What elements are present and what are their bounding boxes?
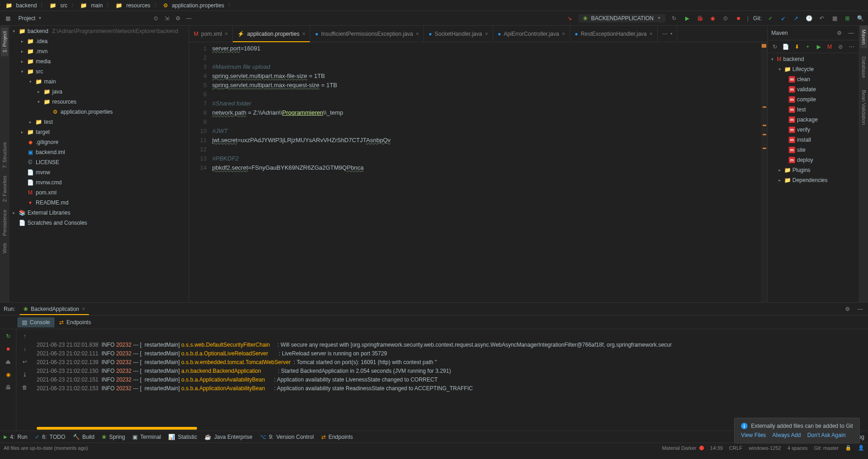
exit-icon[interactable]: ⏏	[4, 358, 12, 366]
plus-icon[interactable]: ⊞	[843, 14, 852, 22]
indent[interactable]: 4 spaces	[787, 445, 808, 451]
maven-goal-verify[interactable]: mverify	[768, 125, 859, 135]
tree-node-LICENSE[interactable]: ©LICENSE	[9, 157, 189, 167]
git-pull-icon[interactable]: ↙	[779, 14, 787, 22]
tree-node-.mvn[interactable]: ▸📁.mvn	[9, 46, 189, 56]
crumb-2[interactable]: main	[91, 2, 103, 9]
inspector-icon[interactable]: 👤	[858, 445, 864, 451]
close-icon[interactable]: ×	[225, 31, 228, 37]
close-icon[interactable]: ×	[302, 31, 305, 37]
reload-icon[interactable]: ↻	[771, 43, 779, 51]
profile-icon[interactable]: ⊙	[721, 14, 730, 22]
run-tool[interactable]: ▶4: Run	[4, 434, 27, 440]
git-commit-icon[interactable]: ✓	[766, 14, 775, 22]
maven-goal-test[interactable]: mtest	[768, 105, 859, 115]
structure-tab[interactable]: 7: Structure	[1, 138, 8, 172]
always-add-link[interactable]: Always Add	[772, 432, 801, 438]
maven-tree[interactable]: ▾ M backend ▾ 📁 Lifecycle mcleanmvalidat…	[768, 53, 859, 302]
tree-node-media[interactable]: ▸📁media	[9, 56, 189, 66]
encoding[interactable]: windows-1252	[749, 445, 781, 451]
maven-goal-clean[interactable]: mclean	[768, 74, 859, 84]
crlf[interactable]: CRLF	[729, 445, 742, 451]
gear-icon[interactable]: ⚙	[843, 305, 852, 313]
more-icon[interactable]: ⋯	[848, 43, 855, 51]
gear-icon[interactable]: ⚙	[174, 14, 182, 22]
git-branch[interactable]: Git: master	[814, 445, 839, 451]
tree-node-test[interactable]: ▸📁test	[9, 117, 189, 127]
tab-SocketHandler.java[interactable]: ●SocketHandler.java×	[424, 26, 493, 42]
maven-deps[interactable]: ▸ 📁 Dependencies	[768, 175, 859, 185]
maven-goal-deploy[interactable]: mdeploy	[768, 155, 859, 165]
tab-RestExceptionHandler.java[interactable]: ●RestExceptionHandler.java×	[570, 26, 658, 42]
horizontal-scrollbar[interactable]	[37, 427, 197, 430]
debug-icon[interactable]: 🐞	[696, 14, 704, 22]
error-icon[interactable]: ↘	[566, 14, 574, 22]
console-tab[interactable]: ▤Console	[17, 317, 55, 327]
maven-goal-package[interactable]: mpackage	[768, 115, 859, 125]
git-history-icon[interactable]: 🕐	[805, 14, 813, 22]
stop-icon[interactable]: ■	[734, 14, 742, 22]
collapse-icon[interactable]: ⇲	[163, 14, 171, 22]
database-tab[interactable]: Database	[860, 53, 868, 82]
dont-ask-link[interactable]: Don't Ask Again	[807, 432, 846, 438]
project-icon[interactable]: ▦	[4, 14, 12, 22]
maven-goal-site[interactable]: msite	[768, 145, 859, 155]
tree-node-src[interactable]: ▾📁src	[9, 66, 189, 77]
rebuild-icon[interactable]: ↻	[670, 14, 678, 22]
console-output[interactable]: 2021-06-23 21:02:01.838 INFO 20232 --- […	[33, 329, 868, 431]
web-tab[interactable]: Web	[1, 239, 8, 257]
theme-indicator[interactable]: Material Darker	[662, 445, 703, 451]
endpoints-tool[interactable]: ⇄Endpoints	[321, 434, 353, 440]
java-ee-tool[interactable]: ☕Java Enterprise	[204, 434, 252, 440]
run-config-tab[interactable]: ❀ BackendApplication ×	[20, 303, 88, 315]
maven-root[interactable]: ▾ M backend	[768, 54, 859, 64]
favorites-tab[interactable]: 2: Favorites	[1, 172, 8, 205]
download-icon[interactable]: ⬇	[793, 43, 801, 51]
add-icon[interactable]: +	[804, 43, 812, 51]
build-tool[interactable]: 🔨Build	[73, 434, 95, 440]
wrap-icon[interactable]: ↩	[21, 358, 29, 366]
maven-goal-compile[interactable]: mcompile	[768, 94, 859, 105]
tree-node-mvnw.cmd[interactable]: 📄mvnw.cmd	[9, 177, 189, 188]
scroll-icon[interactable]: ⤓	[21, 371, 29, 379]
run-m-icon[interactable]: ▶	[815, 43, 823, 51]
tree-node-README.md[interactable]: ▾README.md	[9, 198, 189, 208]
crumb-0[interactable]: backend	[16, 2, 37, 9]
stop-icon[interactable]: ■	[4, 345, 12, 353]
tree-node-mvnw[interactable]: 📄mvnw	[9, 167, 189, 177]
maven-lifecycle[interactable]: ▾ 📁 Lifecycle	[768, 64, 859, 74]
terminal-tool[interactable]: ▣Terminal	[132, 434, 161, 440]
view-files-link[interactable]: View Files	[741, 432, 766, 438]
tree-node-resources[interactable]: ▾📁resources	[9, 97, 189, 107]
m2-icon[interactable]: M	[826, 43, 833, 51]
close-icon[interactable]: ×	[485, 31, 488, 37]
tree-node-application.properties[interactable]: ⚙application.properties	[9, 107, 189, 117]
maven-hide-icon[interactable]: —	[847, 29, 855, 37]
clear-icon[interactable]: 🗑	[21, 383, 29, 392]
close-icon[interactable]: ×	[416, 31, 419, 37]
bean-tab[interactable]: Bean Validation	[860, 86, 868, 128]
up-icon[interactable]: ↑	[21, 332, 29, 340]
print-icon[interactable]: 🖶	[4, 383, 12, 392]
close-icon[interactable]: ×	[562, 31, 565, 37]
run-configuration[interactable]: ❀ BACKENDAPPLICATION ▼	[578, 14, 665, 22]
tree-node-target[interactable]: ▸📁target	[9, 127, 189, 137]
tree-node-.gitignore[interactable]: ◆.gitignore	[9, 137, 189, 147]
scratches[interactable]: 📄 Scratches and Consoles	[9, 218, 189, 228]
actuator-icon[interactable]: ◉	[4, 371, 12, 379]
more-tabs[interactable]: ⋯▾	[658, 26, 677, 42]
tab-InsufficientPermissionsException.java[interactable]: ●InsufficientPermissionsException.java×	[310, 26, 424, 42]
rerun-icon[interactable]: ↻	[4, 332, 12, 340]
project-dropdown[interactable]: Project ▼	[15, 14, 45, 22]
maven-gear-icon[interactable]: ⚙	[835, 29, 843, 37]
tree-node-.idea[interactable]: ▸📁.idea	[9, 36, 189, 46]
external-libraries[interactable]: ▸ 📚 External Libraries	[9, 208, 189, 218]
close-icon[interactable]: ×	[82, 306, 85, 312]
maven-tab[interactable]: Maven	[860, 26, 868, 48]
endpoints-tab[interactable]: ⇄Endpoints	[55, 317, 95, 327]
tree-node-main[interactable]: ▾📁main	[9, 77, 189, 87]
run-icon[interactable]: ▶	[683, 14, 691, 22]
down-icon[interactable]: ↓	[21, 345, 29, 353]
close-icon[interactable]: ×	[649, 31, 653, 37]
grid-icon[interactable]: ▦	[830, 14, 839, 22]
